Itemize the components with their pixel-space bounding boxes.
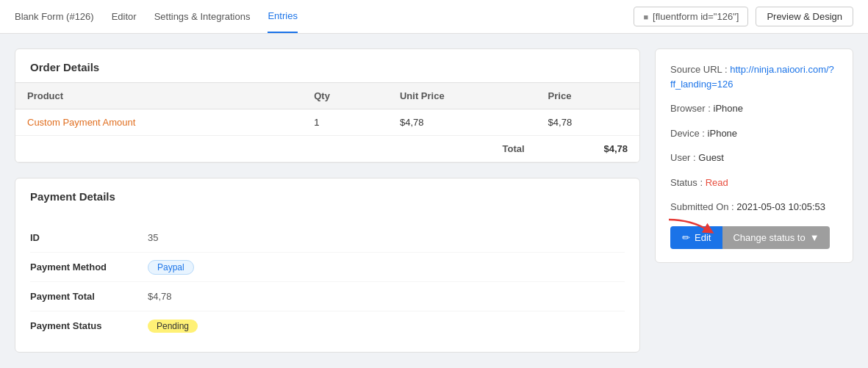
- submitted-row: Submitted On : 2021-05-03 10:05:53: [670, 200, 838, 214]
- device-label: Device :: [670, 128, 705, 139]
- pending-badge: Pending: [148, 320, 198, 333]
- total-row: Total $4,78: [15, 136, 639, 162]
- user-row: User : Guest: [670, 151, 838, 165]
- col-unit-price: Unit Price: [388, 83, 537, 109]
- payment-row-method: Payment Method Paypal: [30, 253, 625, 282]
- col-price: Price: [537, 83, 639, 109]
- chevron-down-icon: ▼: [810, 232, 819, 243]
- order-table: Product Qty Unit Price Price Custom Paym…: [15, 82, 639, 162]
- payment-row-status: Payment Status Pending: [30, 311, 625, 340]
- main-layout: Order Details Product Qty Unit Price Pri…: [0, 34, 868, 367]
- source-url-label: Source URL :: [670, 64, 728, 75]
- user-label: User :: [670, 152, 696, 163]
- payment-label-id: ID: [30, 232, 148, 243]
- submitted-value: 2021-05-03 10:05:53: [736, 201, 825, 212]
- nav-right: ■ [fluentform id="126"] Preview & Design: [634, 7, 853, 26]
- shortcode-button[interactable]: ■ [fluentform id="126"]: [634, 7, 748, 26]
- status-row: Status : Read: [670, 176, 838, 190]
- device-value: iPhone: [708, 128, 737, 139]
- nav-editor[interactable]: Editor: [112, 1, 137, 32]
- payment-details-title: Payment Details: [15, 178, 639, 212]
- payment-section: ID 35 Payment Method Paypal Payment Tota…: [15, 212, 639, 352]
- sidebar-info-card: Source URL : http://ninja.naioori.com/?f…: [655, 48, 853, 263]
- status-value: Read: [706, 177, 728, 188]
- payment-value-method: Paypal: [148, 261, 194, 273]
- payment-label-method: Payment Method: [30, 261, 148, 273]
- top-nav: Blank Form (#126) Editor Settings & Inte…: [0, 0, 868, 34]
- status-label: Status :: [670, 177, 703, 188]
- device-row: Device : iPhone: [670, 126, 838, 141]
- total-label-cell: Total: [15, 136, 537, 162]
- table-row: Custom Payment Amount 1 $4,78 $4,78: [15, 109, 639, 136]
- action-area: ✏ Edit Change status to ▼: [670, 226, 838, 249]
- col-product: Product: [15, 83, 302, 109]
- cell-price: $4,78: [537, 109, 639, 136]
- cell-unit-price: $4,78: [388, 109, 537, 136]
- nav-settings[interactable]: Settings & Integrations: [154, 1, 251, 32]
- source-url-row: Source URL : http://ninja.naioori.com/?f…: [670, 62, 838, 91]
- payment-value-id: 35: [148, 232, 158, 243]
- payment-value-total: $4,78: [148, 291, 172, 302]
- payment-row-total: Payment Total $4,78: [30, 282, 625, 311]
- change-status-button[interactable]: Change status to ▼: [722, 226, 829, 249]
- order-details-title: Order Details: [15, 49, 639, 82]
- payment-label-status: Payment Status: [30, 320, 148, 331]
- cell-qty: 1: [302, 109, 388, 136]
- nav-left: Blank Form (#126) Editor Settings & Inte…: [15, 0, 298, 33]
- payment-value-status: Pending: [148, 320, 198, 331]
- col-qty: Qty: [302, 83, 388, 109]
- total-value-cell: $4,78: [537, 136, 639, 162]
- user-value: Guest: [698, 152, 724, 163]
- nav-entries[interactable]: Entries: [268, 0, 297, 33]
- shortcode-icon: ■: [643, 12, 648, 21]
- nav-blank-form[interactable]: Blank Form (#126): [15, 1, 94, 32]
- paypal-badge: Paypal: [148, 260, 194, 275]
- right-sidebar: Source URL : http://ninja.naioori.com/?f…: [655, 48, 853, 263]
- order-details-card: Order Details Product Qty Unit Price Pri…: [15, 48, 640, 163]
- red-arrow: [669, 216, 713, 238]
- submitted-label: Submitted On :: [670, 201, 734, 212]
- shortcode-text: [fluentform id="126"]: [653, 11, 739, 22]
- cell-product: Custom Payment Amount: [15, 109, 302, 136]
- browser-row: Browser : iPhone: [670, 101, 838, 116]
- payment-row-id: ID 35: [30, 223, 625, 253]
- payment-details-card: Payment Details ID 35 Payment Method Pay…: [15, 178, 640, 353]
- left-content: Order Details Product Qty Unit Price Pri…: [15, 48, 640, 353]
- browser-label: Browser :: [670, 103, 711, 114]
- preview-design-button[interactable]: Preview & Design: [756, 7, 853, 26]
- change-status-label: Change status to: [733, 232, 805, 243]
- payment-label-total: Payment Total: [30, 291, 148, 302]
- browser-value: iPhone: [714, 103, 743, 114]
